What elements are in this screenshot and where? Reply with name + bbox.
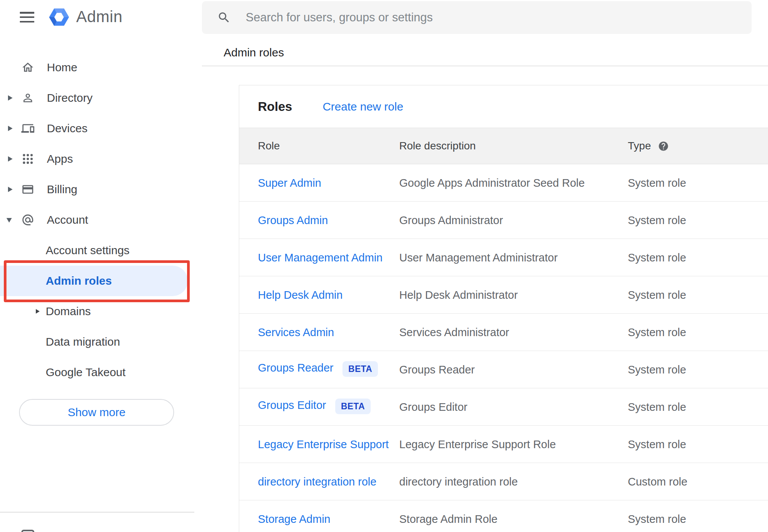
role-description-cell: Google Apps Administrator Seed Role (399, 176, 585, 189)
search-input[interactable] (246, 1, 733, 34)
role-description-cell: Groups Administrator (399, 214, 503, 226)
table-row: User Management AdminUser Management Adm… (239, 239, 768, 276)
table-row: Groups AdminGroups AdministratorSystem r… (239, 202, 768, 239)
home-icon (21, 61, 34, 74)
chevron-down-icon[interactable] (6, 218, 12, 223)
sidebar-item-label: Account settings (46, 244, 130, 257)
menu-hamburger-icon[interactable] (20, 12, 34, 22)
show-more-button[interactable]: Show more (19, 399, 174, 426)
role-link[interactable]: Help Desk Admin (258, 288, 342, 301)
sidebar-item-data-migration[interactable]: Data migration (0, 327, 196, 357)
sidebar-item-devices[interactable]: Devices (0, 113, 196, 144)
chevron-right-icon[interactable] (8, 187, 13, 192)
beta-badge: BETA (342, 361, 378, 377)
table-row: Help Desk AdminHelp Desk AdministratorSy… (239, 276, 768, 314)
role-type-cell: System role (628, 251, 686, 264)
role-link[interactable]: Services Admin (258, 326, 334, 338)
table-row: Legacy Enterprise SupportLegacy Enterpri… (239, 426, 768, 463)
role-cell: Groups EditorBETA (258, 399, 371, 415)
sidebar-header: Admin (0, 0, 196, 34)
create-new-role-link[interactable]: Create new role (323, 100, 403, 113)
apps-grid-icon (21, 152, 34, 165)
role-description-cell: Storage Admin Role (399, 513, 498, 525)
role-cell: Super Admin (258, 176, 321, 189)
help-icon[interactable] (658, 141, 669, 152)
role-type-cell: System role (628, 363, 686, 376)
table-row: directory integration roledirectory inte… (239, 463, 768, 500)
breadcrumb: Admin roles (224, 46, 284, 59)
chevron-right-icon[interactable] (8, 95, 13, 101)
column-header-role: Role (258, 140, 280, 152)
sidebar-item-billing[interactable]: Billing (0, 174, 196, 205)
role-link[interactable]: directory integration role (258, 475, 376, 487)
role-description-cell: directory integration role (399, 475, 518, 488)
role-cell: User Management Admin (258, 251, 382, 264)
sidebar-item-google-takeout[interactable]: Google Takeout (0, 357, 196, 388)
column-header-type: Type (628, 140, 669, 152)
partial-bottom-icon (21, 530, 34, 532)
role-cell: Groups ReaderBETA (258, 361, 378, 377)
role-cell: Groups Admin (258, 214, 328, 226)
admin-console-app: Admin HomeDirectoryDevicesAppsBillingAcc… (0, 0, 768, 532)
credit-card-icon (21, 183, 34, 196)
role-link[interactable]: Super Admin (258, 176, 321, 189)
role-cell: Help Desk Admin (258, 288, 342, 301)
role-type-cell: System role (628, 288, 686, 301)
sidebar-item-label: Directory (47, 91, 93, 104)
person-icon (21, 91, 34, 104)
role-link[interactable]: Groups Reader (258, 361, 333, 373)
table-body: Super AdminGoogle Apps Administrator See… (239, 164, 768, 532)
role-type-cell: System role (628, 214, 686, 226)
table-row: Groups ReaderBETAGroups ReaderSystem rol… (239, 351, 768, 388)
sidebar-nav: HomeDirectoryDevicesAppsBillingAccountAc… (0, 52, 196, 388)
search-bar (202, 1, 752, 34)
sidebar-item-account-settings[interactable]: Account settings (0, 235, 196, 266)
role-link[interactable]: Groups Admin (258, 214, 328, 226)
sidebar-item-home[interactable]: Home (0, 52, 196, 83)
role-description-cell: Groups Editor (399, 401, 467, 413)
admin-logo-icon (49, 7, 69, 27)
sidebar-item-account[interactable]: Account (0, 205, 196, 235)
table-header-row: Role Role description Type (239, 128, 768, 164)
sidebar-item-directory[interactable]: Directory (0, 83, 196, 113)
chevron-right-icon[interactable] (36, 309, 40, 314)
roles-card: Roles Create new role Role Role descript… (239, 85, 768, 532)
sidebar-bottom-divider (0, 512, 194, 513)
devices-icon (21, 122, 34, 135)
role-cell: directory integration role (258, 475, 376, 488)
role-link[interactable]: User Management Admin (258, 251, 382, 263)
sidebar-item-label: Admin roles (46, 274, 112, 287)
sidebar-item-domains[interactable]: Domains (0, 296, 196, 327)
content-divider (202, 66, 768, 66)
role-type-cell: Custom role (628, 475, 687, 488)
role-cell: Legacy Enterprise Support (258, 438, 389, 450)
sidebar-item-label: Devices (47, 122, 88, 135)
table-row: Services AdminServices AdministratorSyst… (239, 314, 768, 351)
chevron-right-icon[interactable] (8, 156, 13, 162)
app-name: Admin (76, 8, 123, 26)
sidebar-item-label: Account (47, 213, 88, 226)
role-cell: Services Admin (258, 326, 334, 338)
role-type-cell: System role (628, 176, 686, 189)
sidebar-item-apps[interactable]: Apps (0, 144, 196, 174)
sidebar: Admin HomeDirectoryDevicesAppsBillingAcc… (0, 0, 196, 532)
sidebar-item-label: Home (47, 61, 77, 74)
role-link[interactable]: Storage Admin (258, 513, 330, 525)
role-description-cell: Services Administrator (399, 326, 509, 338)
role-link[interactable]: Legacy Enterprise Support (258, 438, 389, 450)
role-type-cell: System role (628, 326, 686, 338)
role-type-cell: System role (628, 513, 686, 525)
role-link[interactable]: Groups Editor (258, 399, 326, 411)
at-sign-icon (21, 213, 34, 226)
sidebar-item-label: Apps (47, 152, 73, 165)
column-header-role-description: Role description (399, 140, 476, 152)
role-description-cell: Help Desk Administrator (399, 288, 518, 301)
chevron-right-icon[interactable] (8, 126, 13, 131)
role-type-cell: System role (628, 401, 686, 413)
role-description-cell: User Management Administrator (399, 251, 558, 264)
table-row: Super AdminGoogle Apps Administrator See… (239, 164, 768, 202)
role-cell: Storage Admin (258, 513, 330, 525)
sidebar-item-label: Google Takeout (46, 366, 126, 379)
sidebar-item-admin-roles[interactable]: Admin roles (0, 266, 188, 296)
beta-badge: BETA (335, 399, 371, 414)
